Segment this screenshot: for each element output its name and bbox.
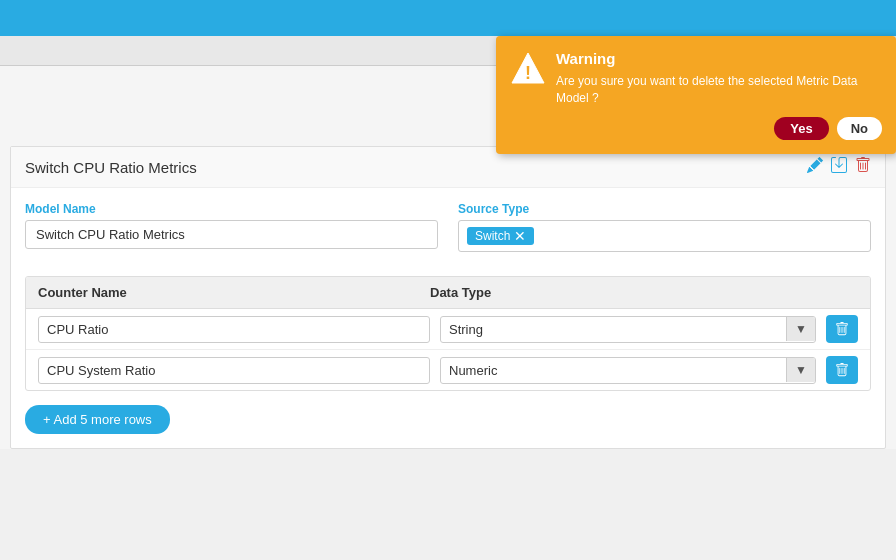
no-button[interactable]: No <box>837 117 882 140</box>
source-type-field[interactable]: Switch ✕ <box>458 220 871 252</box>
form-area: Model Name Source Type Switch ✕ <box>11 188 885 276</box>
form-row: Model Name Source Type Switch ✕ <box>25 202 871 252</box>
chevron-down-icon-1[interactable]: ▼ <box>786 317 815 341</box>
source-type-group: Source Type Switch ✕ <box>458 202 871 252</box>
source-type-tag-text: Switch <box>475 229 510 243</box>
tag-close-icon[interactable]: ✕ <box>514 229 526 243</box>
warning-buttons: Yes No <box>556 117 882 140</box>
header-icons <box>807 157 871 177</box>
add-rows-button[interactable]: + Add 5 more rows <box>25 405 170 434</box>
datatype-select-2[interactable]: String Numeric <box>441 358 786 383</box>
warning-icon-container: ! <box>510 50 546 89</box>
yes-button[interactable]: Yes <box>774 117 828 140</box>
page-section: Switch CPU Ratio Metrics <box>10 146 886 449</box>
datatype-select-wrapper-1: String Numeric ▼ <box>440 316 816 343</box>
model-name-group: Model Name <box>25 202 438 252</box>
main-content: ! Warning Are you sure you want to delet… <box>0 66 896 449</box>
datatype-select-1[interactable]: String Numeric <box>441 317 786 342</box>
delete-header-icon[interactable] <box>855 157 871 177</box>
warning-message: Are you sure you want to delete the sele… <box>556 73 882 107</box>
delete-row-button-2[interactable] <box>826 356 858 384</box>
counter-name-input-2[interactable] <box>38 357 430 384</box>
table-row: String Numeric ▼ <box>26 350 870 390</box>
model-name-input[interactable] <box>25 220 438 249</box>
model-name-label: Model Name <box>25 202 438 216</box>
top-bar <box>0 0 896 36</box>
source-type-label: Source Type <box>458 202 871 216</box>
delete-row-button-1[interactable] <box>826 315 858 343</box>
edit-icon[interactable] <box>807 157 823 177</box>
warning-triangle-icon: ! <box>510 50 546 86</box>
chevron-down-icon-2[interactable]: ▼ <box>786 358 815 382</box>
col-action-header <box>810 277 870 308</box>
datatype-select-wrapper-2: String Numeric ▼ <box>440 357 816 384</box>
section-title: Switch CPU Ratio Metrics <box>25 159 197 176</box>
svg-text:!: ! <box>525 63 531 83</box>
table-row: String Numeric ▼ <box>26 309 870 350</box>
table-header: Counter Name Data Type <box>26 277 870 309</box>
col-counter-header: Counter Name <box>26 277 418 308</box>
source-type-tag: Switch ✕ <box>467 227 534 245</box>
counter-table: Counter Name Data Type String Numeric ▼ <box>25 276 871 391</box>
save-icon[interactable] <box>831 157 847 177</box>
warning-title: Warning <box>556 50 882 67</box>
counter-name-input-1[interactable] <box>38 316 430 343</box>
warning-dialog: ! Warning Are you sure you want to delet… <box>496 36 896 154</box>
col-datatype-header: Data Type <box>418 277 810 308</box>
